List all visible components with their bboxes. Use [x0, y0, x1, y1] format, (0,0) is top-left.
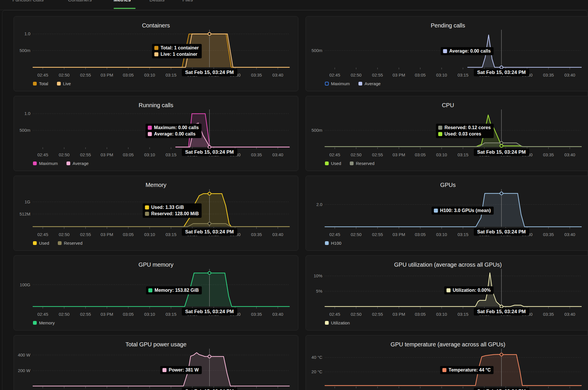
x-axis-label: 03 PM	[101, 312, 113, 317]
chart-card-gpu-utilization: GPU utilization (average across all GPUs…	[306, 255, 588, 330]
active-tab-underline	[114, 8, 136, 9]
legend-label: Reserved	[356, 161, 374, 166]
x-axis-label: 03:15	[166, 312, 177, 317]
x-axis-label: 03:15	[458, 232, 469, 237]
x-axis-label: 03:10	[436, 312, 447, 317]
x-axis-label: 02:50	[351, 232, 362, 237]
x-axis-label: 03:05	[415, 73, 426, 77]
legend-item-maximum[interactable]: Maximum	[325, 81, 350, 86]
legend-item-total[interactable]: Total	[33, 81, 48, 86]
y-axis-label: 500m	[311, 128, 322, 133]
x-axis-label: 02:50	[59, 232, 70, 237]
tooltip-row: Power: 381 W	[162, 367, 199, 373]
legend-item-average[interactable]: Average	[358, 81, 381, 86]
x-axis-label: 02:45	[329, 73, 340, 77]
value-tooltip: Memory: 153.82 GiB	[146, 286, 202, 294]
legend-item-reserved[interactable]: Reserved	[58, 241, 82, 246]
y-axis-label: 400 W	[18, 352, 31, 357]
chart-plot[interactable]: 40 °C20 °C02:4502:5002:5503 PM03:0503:10…	[306, 335, 588, 390]
tab-metrics[interactable]: Metrics	[114, 0, 131, 3]
legend-item-h100[interactable]: H100	[325, 241, 341, 246]
tooltip-text: Reserved: 0.12 cores	[444, 125, 491, 130]
chart-legend: TotalLive	[33, 81, 71, 86]
chart-plot[interactable]: 400 W200 W02:4502:5002:5503 PM03:0503:10…	[14, 335, 299, 390]
legend-item-utilization[interactable]: Utilization	[325, 320, 350, 325]
x-axis-label: 03 PM	[393, 232, 405, 237]
tab-containers[interactable]: Containers	[68, 0, 92, 3]
legend-chip	[325, 161, 329, 165]
x-axis-label: 03:15	[166, 152, 177, 157]
x-axis-label: 03:40	[564, 232, 575, 237]
value-tooltip: H100: 3.0 GPUs (mean)	[431, 207, 493, 215]
x-axis-label: 02:55	[80, 73, 91, 77]
x-axis-label: 02:55	[80, 152, 91, 157]
tab-function-calls[interactable]: Function Calls	[12, 0, 44, 3]
legend-item-live[interactable]: Live	[57, 81, 71, 86]
tooltip-text: Total: 1 container	[160, 45, 199, 51]
x-axis-label: 02:45	[329, 232, 340, 237]
x-axis-label: 02:45	[329, 312, 340, 317]
legend-label: Used	[331, 161, 341, 166]
date-tooltip: Sat Feb 15, 03:24 PM	[182, 308, 237, 315]
x-axis-label: 03:15	[458, 73, 469, 77]
chart-card-containers: Containers 1.0500m02:4502:5002:5503 PM03…	[14, 16, 298, 91]
x-axis-label: 03:10	[144, 73, 155, 77]
y-axis-label: 20 °C	[311, 369, 322, 374]
tab-files[interactable]: Files	[182, 0, 193, 3]
date-tooltip: Sat Feb 15, 03:24 PM	[182, 69, 237, 76]
x-axis-label: 03:35	[543, 152, 554, 157]
value-tooltip: Total: 1 containerLive: 1 container	[152, 44, 201, 58]
date-tooltip: Sat Feb 15, 03:24 PM	[474, 69, 529, 76]
legend-item-reserved[interactable]: Reserved	[350, 161, 374, 166]
tooltip-series-chip	[442, 368, 446, 372]
legend-item-used[interactable]: Used	[33, 241, 49, 246]
y-axis-label: 500m	[311, 48, 322, 53]
legend-label: Maximum	[331, 81, 350, 86]
x-axis-label: 03:10	[436, 152, 447, 157]
chart-card-cpu: CPU 500m02:4502:5002:5503 PM03:0503:1003…	[306, 96, 588, 171]
legend-item-memory[interactable]: Memory	[33, 320, 55, 325]
tooltip-series-chip	[446, 288, 450, 292]
hover-marker	[500, 142, 503, 144]
tooltip-text: Average: 0.00 calls	[449, 49, 491, 54]
x-axis-label: 03:10	[144, 312, 155, 317]
tooltip-row: Average: 0.00 calls	[443, 49, 491, 54]
y-axis-label: 10%	[314, 273, 322, 278]
legend-chip	[66, 161, 70, 165]
legend-item-maximum[interactable]: Maximum	[33, 161, 58, 166]
hover-marker	[500, 144, 503, 147]
x-axis-label: 02:55	[372, 73, 383, 77]
x-axis-label: 03:05	[123, 73, 134, 77]
legend-chip	[325, 82, 329, 86]
date-tooltip: Sat Feb 15, 03:24 PM	[474, 388, 529, 390]
x-axis-label: 03:40	[564, 152, 575, 157]
x-axis-label: 02:55	[80, 312, 91, 317]
legend-label: Live	[63, 81, 71, 86]
chart-card-gpu-power: Total GPU power usage 400 W200 W02:4502:…	[14, 335, 298, 390]
date-tooltip: Sat Feb 15, 03:24 PM	[182, 388, 237, 390]
x-axis-label: 03:10	[144, 232, 155, 237]
hover-marker	[208, 192, 211, 195]
x-axis-label: 03:10	[436, 73, 447, 77]
hover-marker	[208, 146, 211, 148]
legend-item-average[interactable]: Average	[66, 161, 89, 166]
legend-label: Total	[39, 81, 48, 86]
legend-item-used[interactable]: Used	[325, 161, 341, 166]
hover-marker	[208, 355, 211, 358]
x-axis-label: 02:50	[351, 312, 362, 317]
chart-legend: Utilization	[325, 320, 350, 325]
tooltip-series-chip	[154, 46, 158, 50]
legend-chip	[325, 241, 329, 245]
legend-label: Utilization	[331, 320, 350, 325]
tooltip-row: Maximum: 0.00 calls	[148, 125, 199, 130]
tooltip-row: Average: 0.00 calls	[148, 131, 199, 137]
legend-chip	[350, 161, 354, 165]
x-axis-label: 03:40	[272, 152, 283, 157]
legend-label: Reserved	[64, 241, 82, 246]
tab-details[interactable]: Details	[149, 0, 164, 3]
y-axis-label: 1.0	[24, 31, 30, 36]
date-tooltip: Sat Feb 15, 03:24 PM	[182, 228, 237, 236]
y-axis-label: 1.0	[24, 111, 30, 116]
y-axis-label: 512M	[19, 211, 30, 216]
x-axis-label: 03:05	[123, 312, 134, 317]
